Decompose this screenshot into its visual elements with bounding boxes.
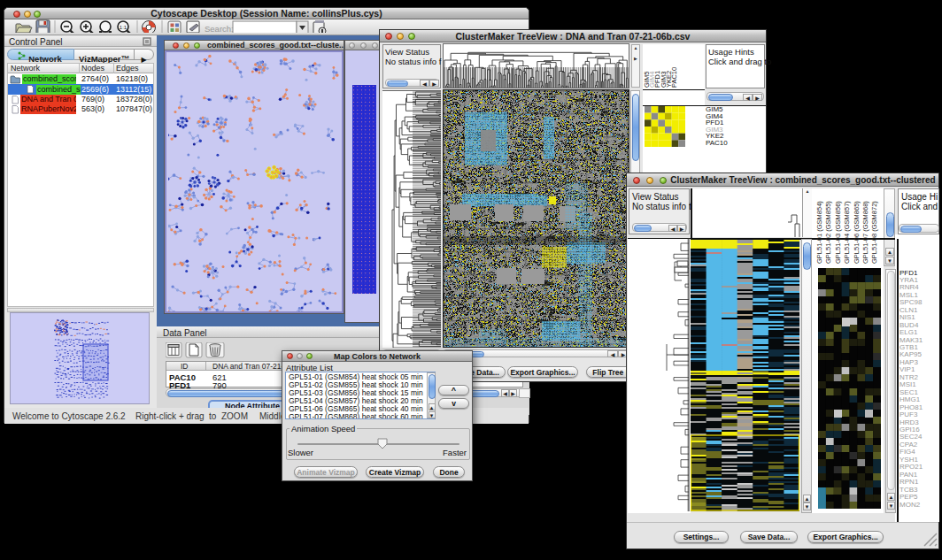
svg-text:Search:: Search: (205, 24, 234, 34)
svg-text:1:1: 1:1 (120, 25, 127, 30)
